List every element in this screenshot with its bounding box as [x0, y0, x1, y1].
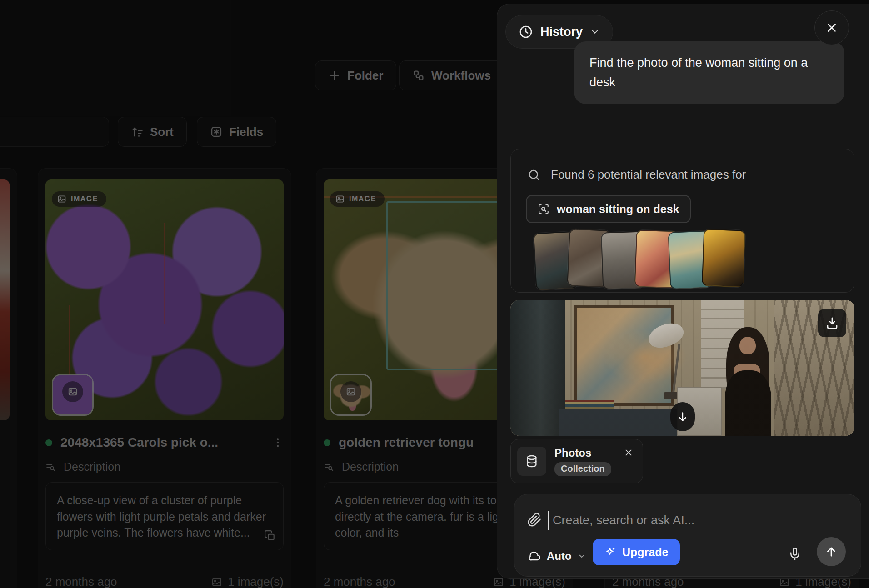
database-icon [524, 454, 539, 468]
cloud-icon [528, 550, 541, 563]
arrow-up-icon [825, 545, 838, 558]
search-icon [527, 168, 541, 182]
microphone-icon [788, 547, 802, 561]
attach-file-button[interactable] [527, 513, 542, 527]
scan-search-icon [538, 203, 549, 215]
upgrade-button[interactable]: Upgrade [593, 539, 680, 565]
download-button[interactable] [818, 309, 846, 337]
search-results-card: Found 6 potential relevant images for wo… [510, 149, 854, 293]
chevron-down-icon [578, 552, 586, 560]
model-label: Auto [547, 550, 572, 563]
remove-collection-button[interactable] [624, 448, 634, 458]
close-icon [624, 448, 634, 458]
clock-icon [519, 25, 533, 39]
history-label: History [540, 25, 583, 39]
scroll-down-button[interactable] [670, 402, 695, 431]
paperclip-icon [527, 513, 542, 527]
collection-icon-tile [517, 447, 546, 476]
result-image-preview[interactable] [510, 300, 854, 436]
collection-attachment-chip: Photos Collection [510, 439, 643, 483]
download-icon [825, 316, 839, 330]
send-button[interactable] [817, 537, 846, 566]
result-thumbnail-fan [534, 230, 736, 288]
results-heading: Found 6 potential relevant images for [527, 168, 746, 182]
collection-title: Photos [554, 447, 591, 459]
query-tag[interactable]: woman sitting on desk [526, 195, 691, 223]
text-cursor [548, 511, 549, 530]
user-message: Find the photo of the woman sitting on a… [574, 41, 844, 104]
close-icon [825, 21, 839, 35]
upgrade-label: Upgrade [622, 546, 668, 559]
chevron-down-icon [590, 27, 600, 37]
sparkles-icon [604, 546, 616, 558]
arrow-down-icon [677, 411, 689, 423]
ai-assistant-panel: History Find the photo of the woman sitt… [497, 4, 869, 579]
composer: Auto Upgrade [514, 494, 861, 577]
voice-input-button[interactable] [788, 547, 802, 561]
model-selector[interactable]: Auto [528, 550, 586, 563]
close-panel-button[interactable] [814, 10, 849, 45]
result-thumbnail-night-market-stall[interactable] [702, 229, 745, 287]
query-tag-label: woman sitting on desk [557, 203, 679, 216]
ai-prompt-input[interactable] [553, 508, 847, 533]
collection-type-badge: Collection [554, 462, 611, 476]
